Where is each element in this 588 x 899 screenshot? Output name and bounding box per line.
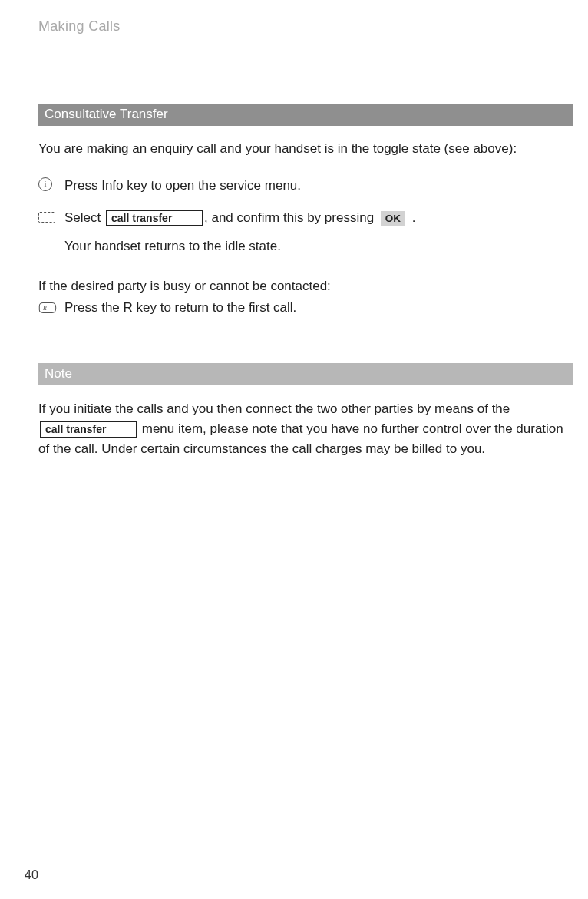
section-heading-note: Note [38, 363, 573, 385]
step-r-key: R Press the R key to return to the first… [38, 299, 565, 317]
step-result-text: Your handset returns to the idle state. [64, 237, 565, 256]
page-header-title: Making Calls [38, 18, 565, 35]
busy-intro-text: If the desired party is busy or cannot b… [38, 277, 565, 296]
intro-text: You are making an enquiry call and your … [38, 140, 565, 158]
text-fragment: If you initiate the calls and you then c… [38, 402, 510, 416]
text-fragment: Select [64, 210, 104, 225]
step-text: Press the R key to return to the first c… [64, 299, 565, 317]
text-fragment: , and confirm this by pressing [204, 210, 378, 225]
note-body-text: If you initiate the calls and you then c… [38, 399, 568, 460]
info-key-icon: i [38, 177, 52, 191]
step-select-call-transfer: Select call transfer, and confirm this b… [38, 209, 565, 227]
step-text: Press Info key to open the service menu. [64, 177, 565, 195]
r-key-icon: R [38, 301, 57, 313]
section-heading-consultative-transfer: Consultative Transfer [38, 104, 573, 126]
text-fragment: . [408, 210, 415, 225]
menu-item-call-transfer: call transfer [106, 210, 203, 226]
step-text: Select call transfer, and confirm this b… [64, 209, 565, 227]
navigation-key-icon [38, 212, 55, 223]
ok-button-label: OK [381, 211, 405, 226]
step-info-key: i Press Info key to open the service men… [38, 177, 565, 195]
manual-page: Making Calls Consultative Transfer You a… [0, 0, 588, 899]
menu-item-call-transfer: call transfer [40, 421, 137, 438]
svg-text:R: R [42, 305, 47, 312]
step-list: i Press Info key to open the service men… [38, 177, 565, 256]
page-number: 40 [25, 868, 38, 882]
